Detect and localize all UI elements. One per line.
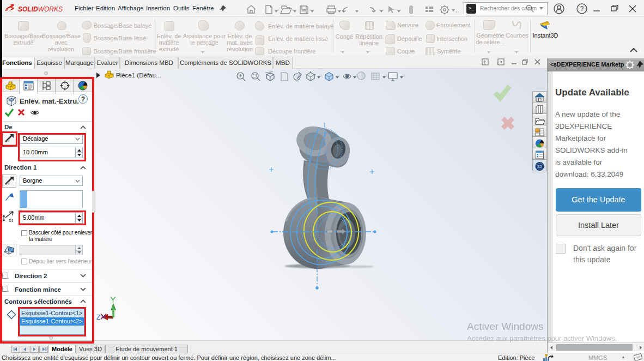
svg-text:?: ?	[580, 5, 584, 13]
svg-text:3D: 3D	[537, 165, 542, 169]
svg-text:Z: Z	[96, 314, 100, 321]
